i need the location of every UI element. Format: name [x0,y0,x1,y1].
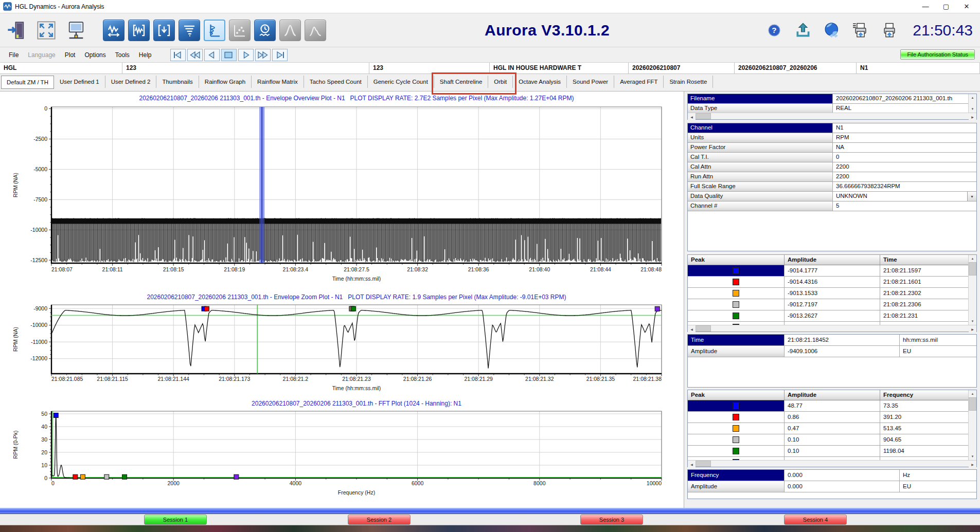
table-row[interactable]: Channel #5 [688,201,976,211]
table-row[interactable]: Cal T.I.0 [688,153,976,162]
scrollbar-thumb[interactable] [969,397,976,411]
scrollbar-thumb[interactable] [696,325,711,332]
table-row[interactable]: Full Scale Range36.6666679382324RPM [688,182,976,192]
file-authorisation-status-button[interactable]: File Authorisation Status [900,49,975,60]
envelope-overview-plot-icon[interactable] [128,20,150,41]
table-row[interactable]: Power FactorNA [688,143,976,153]
nav-next-icon[interactable] [238,49,254,61]
table-row[interactable]: 0.47513.45 [688,423,968,434]
nav-stop-icon[interactable] [221,49,237,61]
nav-first-icon[interactable] [170,49,186,61]
table-row[interactable]: ChannelN1 [688,123,976,133]
scroll-up-icon[interactable]: ▲ [969,255,976,262]
tab-tacho-speed-count[interactable]: Tacho Speed Count [304,76,368,88]
network-computer-icon[interactable] [65,19,87,42]
scroll-down-icon[interactable]: ▼ [969,453,976,460]
tab-strain-rosette[interactable]: Strain Rosette [664,76,713,88]
table-row[interactable]: 0.10904.65 [688,434,968,446]
table-row[interactable]: 0.86391.20 [688,412,968,423]
envelope-zoom-plot-icon[interactable] [153,20,175,41]
tab-averaged-fft[interactable]: Averaged FFT [614,76,664,88]
tab-default-zm-th[interactable]: Default ZM / TH [1,76,54,89]
envelope-overview-chart[interactable]: 0-2500-5000-7500-10000-1250021:08:0721:0… [0,104,682,285]
nav-rewind-icon[interactable] [187,49,203,61]
table-row[interactable]: Amplitude0.000EU [688,481,976,492]
envelope-zoom-chart[interactable]: -9000-10000-11000-1200021:08:21.08521:08… [0,303,682,393]
session-button-2[interactable]: Session 2 [348,515,411,525]
table-row[interactable]: -9013.153321:08:21.2302 [688,288,968,299]
minimize-icon[interactable]: — [915,1,936,13]
tab-user-defined-2[interactable]: User Defined 2 [105,76,157,88]
tab-generic-cycle-count[interactable]: Generic Cycle Count [368,76,434,88]
menu-tools[interactable]: Tools [111,49,134,61]
scroll-left-icon[interactable]: ◀ [688,325,696,333]
column-header[interactable]: Frequency [880,390,968,400]
globe-icon[interactable] [822,21,842,40]
horizontal-scrollbar[interactable]: ◀▶ [688,325,976,332]
nav-previous-icon[interactable] [204,49,220,61]
table-row[interactable]: Data TypeREAL [688,104,968,113]
tab-rainflow-graph[interactable]: Rainflow Graph [199,76,252,88]
table-row[interactable]: Amplitude-9409.1006EU [688,346,976,357]
session-button-3[interactable]: Session 3 [580,515,643,525]
fft-plot-icon[interactable] [204,20,225,41]
horizontal-scrollbar[interactable]: ◀▶ [688,113,976,119]
session-button-4[interactable]: Session 4 [784,515,847,525]
nav-last-icon[interactable] [272,49,288,61]
table-row[interactable]: -9013.262721:08:21.231 [688,310,968,322]
fft-chart[interactable]: 010203040500200040006000800010000RPM (0-… [0,409,682,498]
scroll-up-icon[interactable]: ▲ [969,390,976,397]
tab-orbit[interactable]: Orbit [488,76,513,88]
scroll-left-icon[interactable]: ◀ [688,461,696,468]
column-header[interactable]: Time [880,255,968,265]
tab-shaft-centreline[interactable]: Shaft Centreline [434,76,488,88]
column-header[interactable]: Amplitude [785,390,880,400]
table-row[interactable]: Cal Attn2200 [688,162,976,172]
menu-help[interactable]: Help [134,49,156,61]
column-header[interactable]: Peak [688,255,785,265]
tab-rainflow-matrix[interactable]: Rainflow Matrix [252,76,304,88]
scroll-down-icon[interactable]: ▼ [969,105,976,113]
horizontal-scrollbar[interactable]: ◀▶ [688,460,976,467]
tab-octave-analysis[interactable]: Octave Analysis [513,76,567,88]
scrollbar-thumb[interactable] [969,262,976,276]
vertical-scrollbar[interactable]: ▲▼ [968,255,976,325]
table-row[interactable]: Frequency0.000Hz [688,470,976,481]
scrollbar-thumb[interactable] [696,113,711,119]
vertical-scrollbar[interactable]: ▲▼ [968,94,976,113]
scroll-right-icon[interactable]: ▶ [969,113,976,120]
table-row[interactable]: Data QualityUNKNOWN▼ [688,192,976,201]
column-header[interactable]: Peak [688,390,785,400]
dropdown-icon[interactable]: ▼ [967,192,976,201]
table-row[interactable]: -9014.431621:08:21.1601 [688,277,968,288]
scroll-right-icon[interactable]: ▶ [969,461,976,468]
table-row[interactable]: UnitsRPM [688,133,976,143]
time-history-plot-icon[interactable] [103,20,124,41]
peak-plot-icon[interactable] [279,20,301,41]
print-preview-icon[interactable] [851,21,870,40]
upload-icon[interactable] [793,21,813,40]
help-icon[interactable]: ? [764,21,784,40]
scroll-down-icon[interactable]: ▼ [969,318,976,325]
expand-icon[interactable] [35,19,58,42]
scroll-left-icon[interactable]: ◀ [688,113,696,120]
session-button-1[interactable]: Session 1 [144,515,207,525]
menu-options[interactable]: Options [80,49,110,61]
table-row[interactable]: Run Attn2200 [688,172,976,182]
scatter-plot-icon[interactable] [229,20,251,41]
menu-file[interactable]: File [4,49,23,61]
tab-sound-power[interactable]: Sound Power [567,76,614,88]
scroll-right-icon[interactable]: ▶ [969,325,976,333]
vertical-scrollbar[interactable]: ▲▼ [968,390,976,460]
menu-plot[interactable]: Plot [60,49,80,61]
scrollbar-thumb[interactable] [696,461,711,467]
table-row[interactable]: -9014.177721:08:21.1597 [688,265,968,277]
maximize-icon[interactable]: ▢ [936,1,956,13]
table-row[interactable] [688,457,968,460]
nav-forward-icon[interactable] [255,49,271,61]
print-icon[interactable] [880,21,899,40]
time-clock-plot-icon[interactable] [254,20,276,41]
rainflow-plot-icon[interactable] [179,20,200,41]
table-row[interactable]: Time21:08:21.18452hh:mm:ss.mil [688,335,976,346]
table-row[interactable]: 0.101198.04 [688,446,968,457]
